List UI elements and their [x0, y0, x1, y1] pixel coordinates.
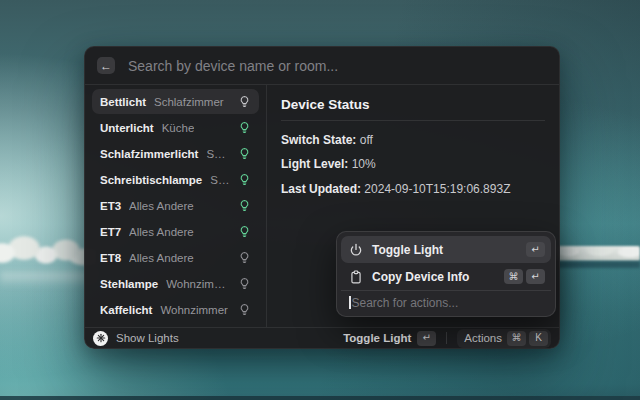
- device-row[interactable]: Schlafzimmerlicht Schlafzimmer: [92, 141, 259, 166]
- actions-button-label: Actions: [464, 332, 502, 344]
- device-name: ET7: [100, 226, 121, 238]
- wallpaper-bottom-edge: [0, 396, 640, 400]
- actions-search-placeholder: Search for actions...: [352, 296, 459, 310]
- key-badge: ↵: [526, 269, 545, 284]
- status-field: Last Updated: 2024-09-10T15:19:06.893Z: [281, 181, 545, 198]
- device-name: Kaffelicht: [100, 304, 152, 316]
- text-caret: [349, 296, 351, 309]
- device-name: ET3: [100, 200, 121, 212]
- extension-icon: [93, 331, 108, 346]
- key-badge: ↵: [526, 242, 545, 257]
- action-row[interactable]: Toggle Light ↵: [341, 236, 551, 263]
- screen: ← Bettlicht Schlafzimmer Unterlicht Küch…: [0, 0, 640, 400]
- device-list: Bettlicht Schlafzimmer Unterlicht Küche …: [85, 85, 267, 327]
- field-value: 2024-09-10T15:19:06.893Z: [364, 182, 510, 196]
- action-row[interactable]: Copy Device Info ⌘↵: [341, 263, 551, 290]
- field-label: Last Updated:: [281, 182, 361, 196]
- device-row[interactable]: ET8 Alles Andere: [92, 245, 259, 270]
- key-badge: K: [529, 331, 548, 346]
- status-bar: Show Lights Toggle Light ↵ Actions ⌘K: [85, 327, 559, 348]
- wallpaper-trees-reflection: [0, 272, 96, 288]
- return-key-badge: ↵: [417, 331, 436, 346]
- action-key-badges: ↵: [526, 242, 545, 257]
- key-badge: ⌘: [504, 269, 523, 284]
- device-row[interactable]: Bettlicht Schlafzimmer: [92, 89, 259, 114]
- actions-menu-button[interactable]: Actions ⌘K: [457, 329, 551, 348]
- actions-popup: Toggle Light ↵ Copy Device Info ⌘↵ Searc…: [336, 231, 556, 317]
- back-button[interactable]: ←: [97, 57, 115, 74]
- status-fields: Switch State: off Light Level: 10% Last …: [281, 132, 545, 198]
- power-icon: [349, 243, 363, 257]
- lightbulb-icon: [238, 147, 251, 160]
- status-field: Switch State: off: [281, 132, 545, 149]
- asterisk-icon: [96, 333, 106, 343]
- field-label: Switch State:: [281, 133, 356, 147]
- lightbulb-icon: [238, 303, 251, 316]
- back-arrow-icon: ←: [100, 60, 112, 72]
- extension-name: Show Lights: [116, 332, 179, 344]
- search-bar: ←: [85, 47, 559, 85]
- action-label: Toggle Light: [372, 243, 517, 257]
- action-label: Copy Device Info: [372, 270, 495, 284]
- wallpaper-trees-left: [0, 231, 96, 273]
- device-row[interactable]: Kaffelicht Wohnzimmer: [92, 297, 259, 322]
- primary-action-button[interactable]: Toggle Light ↵: [343, 331, 436, 346]
- lightbulb-icon: [238, 277, 251, 290]
- footer-separator: [446, 332, 447, 344]
- panel-divider: [281, 120, 545, 121]
- device-room: Schlafzimmer: [154, 96, 224, 108]
- device-row[interactable]: Schreibtischlampe Schlafzimmer: [92, 167, 259, 192]
- primary-action-label: Toggle Light: [343, 332, 411, 344]
- lightbulb-icon: [238, 121, 251, 134]
- device-room: Schlafzimmer: [210, 174, 230, 186]
- actions-key-badges: ⌘K: [507, 331, 548, 346]
- key-badge: ⌘: [507, 331, 526, 346]
- device-row[interactable]: ET7 Alles Andere: [92, 219, 259, 244]
- device-room: Alles Andere: [129, 226, 194, 238]
- field-value: 10%: [352, 157, 376, 171]
- panel-title: Device Status: [281, 97, 545, 112]
- lightbulb-icon: [238, 251, 251, 264]
- search-input[interactable]: [126, 57, 547, 75]
- lightbulb-icon: [238, 95, 251, 108]
- device-room: Alles Andere: [129, 252, 194, 264]
- device-name: Bettlicht: [100, 96, 146, 108]
- action-key-badges: ⌘↵: [504, 269, 545, 284]
- device-room: Küche: [162, 122, 195, 134]
- device-row[interactable]: ET3 Alles Andere: [92, 193, 259, 218]
- device-room: Schlafzimmer: [206, 148, 230, 160]
- device-room: Alles Andere: [129, 200, 194, 212]
- device-row[interactable]: Unterlicht Küche: [92, 115, 259, 140]
- lightbulb-icon: [238, 199, 251, 212]
- device-room: Wohnzimmer: [166, 278, 230, 290]
- lightbulb-icon: [238, 225, 251, 238]
- device-name: Schlafzimmerlicht: [100, 148, 198, 160]
- field-label: Light Level:: [281, 157, 348, 171]
- lightbulb-icon: [238, 173, 251, 186]
- actions-list: Toggle Light ↵ Copy Device Info ⌘↵: [341, 236, 551, 290]
- wallpaper-treeline-right: [556, 246, 640, 261]
- device-name: Unterlicht: [100, 122, 154, 134]
- device-room: Wohnzimmer: [160, 304, 228, 316]
- launcher-window: ← Bettlicht Schlafzimmer Unterlicht Küch…: [84, 46, 560, 349]
- clipboard-icon: [349, 270, 363, 284]
- actions-search-input[interactable]: Search for actions...: [341, 290, 551, 312]
- device-name: Stehlampe: [100, 278, 158, 290]
- status-field: Light Level: 10%: [281, 156, 545, 173]
- field-value: off: [360, 133, 373, 147]
- device-row[interactable]: Stehlampe Wohnzimmer: [92, 271, 259, 296]
- device-name: ET8: [100, 252, 121, 264]
- wallpaper-shoreline-right: [556, 261, 640, 268]
- device-name: Schreibtischlampe: [100, 174, 202, 186]
